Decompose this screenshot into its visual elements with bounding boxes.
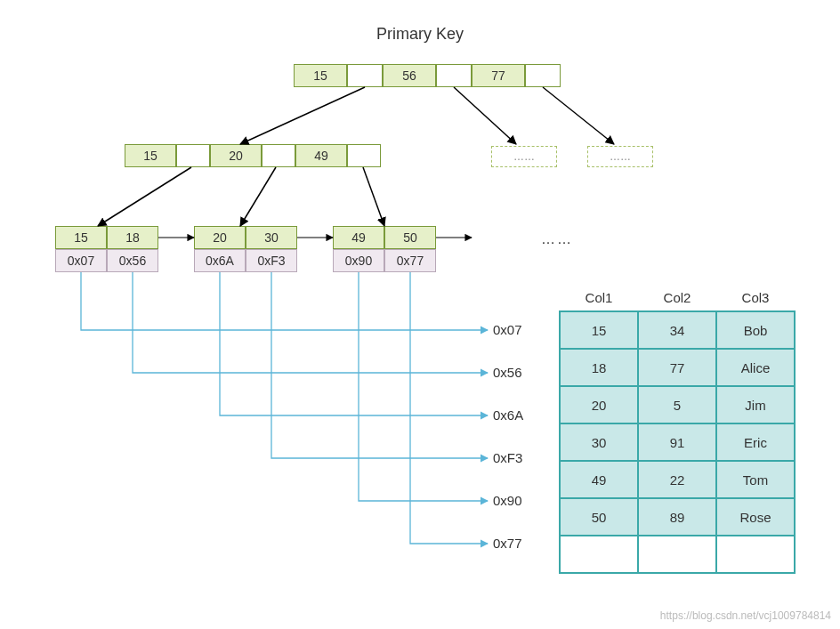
col-header-3: Col3 <box>716 285 795 311</box>
svg-line-2 <box>543 87 614 144</box>
cell <box>560 536 638 573</box>
leaf0-ptr-0: 0x07 <box>55 249 107 272</box>
table-row: 205Jim <box>560 386 795 423</box>
leaf2-key-1: 50 <box>384 226 436 249</box>
addr-label-0: 0x07 <box>493 322 522 337</box>
leaf1-ptr-0: 0x6A <box>194 249 246 272</box>
svg-line-0 <box>240 87 365 144</box>
leaf-node-1: 20 30 0x6A 0xF3 <box>194 226 297 272</box>
cell: Bob <box>716 311 795 349</box>
diagram-title: Primary Key <box>0 25 840 44</box>
table-row: 4922Tom <box>560 461 795 498</box>
dashed-placeholder-2: …… <box>587 146 653 167</box>
data-table: Col1 Col2 Col3 1534Bob 1877Alice 205Jim … <box>559 285 796 574</box>
table-row: 1877Alice <box>560 349 795 386</box>
cell: Eric <box>716 423 795 461</box>
leaf1-key-0: 20 <box>194 226 246 249</box>
table-row: 3091Eric <box>560 423 795 461</box>
table-header-row: Col1 Col2 Col3 <box>560 285 795 311</box>
root-ptr-1 <box>436 64 472 87</box>
cell <box>716 536 795 573</box>
table-row: 5089Rose <box>560 498 795 536</box>
addr-label-5: 0x77 <box>493 536 522 551</box>
addr-label-1: 0x56 <box>493 365 522 380</box>
leaf1-key-1: 30 <box>246 226 297 249</box>
leaf-node-0: 15 18 0x07 0x56 <box>55 226 158 272</box>
root-key-1: 56 <box>383 64 436 87</box>
svg-line-4 <box>240 167 276 226</box>
cell: 89 <box>638 498 716 536</box>
svg-line-5 <box>363 167 384 226</box>
cell: 34 <box>638 311 716 349</box>
cell: 49 <box>560 461 638 498</box>
addr-label-4: 0x90 <box>493 493 522 508</box>
cell: 30 <box>560 423 638 461</box>
cell: Jim <box>716 386 795 423</box>
root-key-0: 15 <box>294 64 347 87</box>
leaf2-ptr-1: 0x77 <box>384 249 436 272</box>
cell: 18 <box>560 349 638 386</box>
leaf0-key-0: 15 <box>55 226 107 249</box>
watermark: https://blog.csdn.net/vcj1009784814 <box>660 609 831 622</box>
table-row-blank <box>560 536 795 573</box>
internal-key-0: 15 <box>125 144 176 167</box>
svg-line-3 <box>98 167 191 226</box>
internal-ptr-2 <box>347 144 381 167</box>
leaf-ellipsis: …… <box>541 231 573 247</box>
internal-key-1: 20 <box>210 144 262 167</box>
root-ptr-0 <box>347 64 383 87</box>
root-key-2: 77 <box>472 64 525 87</box>
col-header-1: Col1 <box>560 285 638 311</box>
cell: 50 <box>560 498 638 536</box>
dashed-placeholder-1: …… <box>491 146 557 167</box>
table-row: 1534Bob <box>560 311 795 349</box>
leaf1-ptr-1: 0xF3 <box>246 249 297 272</box>
cell: Alice <box>716 349 795 386</box>
leaf0-key-1: 18 <box>107 226 158 249</box>
cell: 77 <box>638 349 716 386</box>
root-node: 15 56 77 <box>294 64 561 87</box>
internal-key-2: 49 <box>295 144 347 167</box>
internal-ptr-1 <box>262 144 295 167</box>
leaf0-ptr-1: 0x56 <box>107 249 158 272</box>
root-ptr-2 <box>525 64 561 87</box>
cell: 22 <box>638 461 716 498</box>
cell: Rose <box>716 498 795 536</box>
svg-line-1 <box>454 87 516 144</box>
col-header-2: Col2 <box>638 285 716 311</box>
internal-ptr-0 <box>176 144 210 167</box>
cell: 15 <box>560 311 638 349</box>
cell <box>638 536 716 573</box>
cell: Tom <box>716 461 795 498</box>
cell: 5 <box>638 386 716 423</box>
leaf2-ptr-0: 0x90 <box>333 249 384 272</box>
cell: 20 <box>560 386 638 423</box>
addr-label-2: 0x6A <box>493 407 523 423</box>
leaf2-key-0: 49 <box>333 226 384 249</box>
cell: 91 <box>638 423 716 461</box>
addr-label-3: 0xF3 <box>493 450 522 465</box>
internal-node: 15 20 49 <box>125 144 381 167</box>
leaf-node-2: 49 50 0x90 0x77 <box>333 226 436 272</box>
